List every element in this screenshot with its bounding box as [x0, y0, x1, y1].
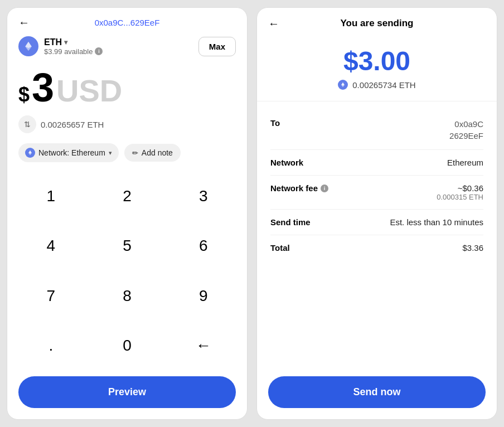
confirm-eth-row: 0.00265734 ETH [338, 80, 415, 90]
send-time-value: Est. less than 10 minutes [390, 217, 483, 227]
numpad-key-5[interactable]: 5 [89, 221, 166, 271]
numpad-key-7[interactable]: 7 [13, 271, 89, 321]
numpad-key-0[interactable]: 0 [89, 321, 166, 371]
controls-row: Network: Ethereum ▾ ✏ Add note [7, 141, 247, 171]
network-detail-value: Ethereum [447, 158, 483, 167]
preview-btn-container: Preview [7, 371, 247, 419]
network-row: Network Ethereum [270, 150, 483, 176]
fee-usd-value: ~$0.36 [437, 183, 483, 193]
total-value: $3.36 [462, 243, 483, 253]
numpad-key-2[interactable]: 2 [89, 171, 166, 221]
token-available: $3.99 available i [44, 47, 103, 56]
numpad-key-6[interactable]: 6 [165, 221, 241, 271]
wallet-address[interactable]: 0x0a9C...629EeF [95, 18, 160, 27]
eth-amount-row: ⇅ 0.00265657 ETH [7, 111, 247, 141]
add-note-label: Add note [142, 148, 173, 157]
send-btn-container: Send now [257, 371, 497, 419]
send-time-row: Send time Est. less than 10 minutes [270, 210, 483, 235]
panel1-header: ← 0x0a9C...629EeF [7, 8, 247, 33]
amount-display: $ 3 USD [7, 62, 247, 111]
swap-icon[interactable]: ⇅ [18, 115, 36, 133]
fee-eth-value: 0.000315 ETH [437, 193, 483, 201]
token-row: ETH ▾ $3.99 available i Max [7, 33, 247, 62]
eth-amount-display: 0.00265657 ETH [41, 120, 104, 129]
numpad-key-8[interactable]: 8 [89, 271, 166, 321]
confirm-usd-amount: $3.00 [343, 46, 410, 76]
token-details: ETH ▾ $3.99 available i [44, 37, 103, 56]
add-note-button[interactable]: ✏ Add note [124, 144, 181, 162]
back-button-2[interactable]: ← [268, 17, 279, 30]
info-icon-available[interactable]: i [95, 47, 103, 55]
numpad-key-9[interactable]: 9 [165, 271, 241, 321]
to-address: 0x0a9C 2629EeF [449, 118, 483, 142]
to-label: To [270, 118, 280, 128]
send-now-button[interactable]: Send now [268, 376, 486, 408]
confirm-eth-amount: 0.00265734 ETH [352, 80, 415, 90]
numpad-key-3[interactable]: 3 [165, 171, 241, 221]
numpad-key-dot[interactable]: . [13, 321, 89, 371]
amount-number: 3 [32, 67, 54, 108]
info-icon-fee[interactable]: i [321, 185, 328, 192]
dollar-sign: $ [18, 83, 30, 106]
numpad-key-backspace[interactable]: ← [165, 321, 241, 371]
numpad-key-1[interactable]: 1 [13, 171, 89, 221]
eth-icon-small [25, 148, 35, 158]
token-name-row[interactable]: ETH ▾ [44, 37, 103, 47]
token-info: ETH ▾ $3.99 available i [18, 36, 103, 56]
network-label: Network: Ethereum [38, 148, 105, 157]
send-time-label: Send time [270, 217, 311, 227]
eth-icon-confirm [338, 80, 348, 90]
max-button[interactable]: Max [198, 37, 236, 56]
back-button-1[interactable]: ← [18, 16, 30, 29]
panel2-title: You are sending [341, 18, 414, 29]
send-amount-panel: ← 0x0a9C...629EeF ETH ▾ $3.99 av [7, 7, 248, 420]
panel2-header: ← You are sending [257, 8, 497, 35]
send-confirm-panel: ← You are sending $3.00 0.00265734 ETH T… [256, 7, 497, 420]
transaction-details: To 0x0a9C 2629EeF Network Ethereum Netwo… [257, 101, 497, 371]
pencil-icon: ✏ [132, 149, 138, 157]
total-label: Total [270, 243, 290, 253]
eth-icon-large [18, 36, 38, 56]
to-row: To 0x0a9C 2629EeF [270, 110, 483, 150]
fee-row: Network fee i ~$0.36 0.000315 ETH [270, 176, 483, 210]
numpad: 123456789.0← [7, 171, 247, 371]
fee-values: ~$0.36 0.000315 ETH [437, 183, 483, 201]
network-chevron-icon: ▾ [109, 149, 112, 157]
network-selector[interactable]: Network: Ethereum ▾ [18, 143, 119, 162]
fee-label-row: Network fee i [270, 183, 328, 193]
token-chevron-icon: ▾ [64, 38, 67, 46]
fee-label: Network fee [270, 183, 318, 193]
preview-button[interactable]: Preview [18, 376, 236, 408]
numpad-key-4[interactable]: 4 [13, 221, 89, 271]
network-detail-label: Network [270, 158, 303, 167]
confirm-amount-section: $3.00 0.00265734 ETH [257, 35, 497, 101]
total-row: Total $3.36 [270, 235, 483, 260]
amount-currency: USD [56, 72, 122, 109]
